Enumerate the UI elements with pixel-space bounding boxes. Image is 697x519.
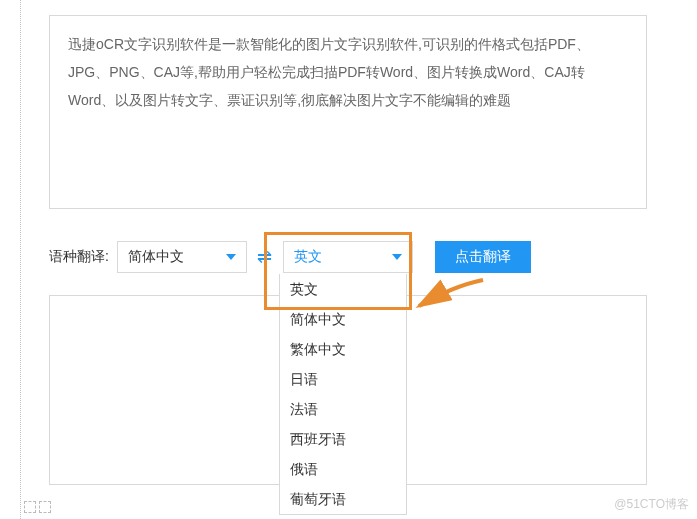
chevron-down-icon — [226, 254, 236, 260]
row-label: 语种翻译: — [49, 248, 109, 266]
translate-button[interactable]: 点击翻译 — [435, 241, 531, 273]
dropdown-option[interactable]: 西班牙语 — [280, 424, 406, 454]
dropdown-option[interactable]: 繁体中文 — [280, 334, 406, 364]
dropdown-option[interactable]: 葡萄牙语 — [280, 484, 406, 514]
to-language-dropdown[interactable]: 英文简体中文繁体中文日语法语西班牙语俄语葡萄牙语 — [279, 274, 407, 515]
dropdown-option[interactable]: 英文 — [280, 274, 406, 304]
swap-icon[interactable]: ⇌ — [247, 246, 283, 268]
from-language-value: 简体中文 — [128, 248, 184, 266]
translate-button-label: 点击翻译 — [455, 248, 511, 266]
to-language-value: 英文 — [294, 248, 322, 266]
dropdown-option[interactable]: 简体中文 — [280, 304, 406, 334]
translate-row: 语种翻译: 简体中文 ⇌ 英文 点击翻译 — [49, 240, 669, 274]
dropdown-option[interactable]: 法语 — [280, 394, 406, 424]
thumbnail-strip — [21, 501, 51, 513]
from-language-select[interactable]: 简体中文 — [117, 241, 247, 273]
source-textarea[interactable]: 迅捷oCR文字识别软件是一款智能化的图片文字识别软件,可识别的件格式包括PDF、… — [49, 15, 647, 209]
watermark: @51CTO博客 — [614, 496, 689, 513]
dropdown-option[interactable]: 俄语 — [280, 454, 406, 484]
thumb — [39, 501, 51, 513]
thumb — [24, 501, 36, 513]
to-language-select[interactable]: 英文 — [283, 241, 413, 273]
source-text: 迅捷oCR文字识别软件是一款智能化的图片文字识别软件,可识别的件格式包括PDF、… — [68, 36, 590, 108]
dropdown-option[interactable]: 日语 — [280, 364, 406, 394]
chevron-down-icon — [392, 254, 402, 260]
page-frame: 迅捷oCR文字识别软件是一款智能化的图片文字识别软件,可识别的件格式包括PDF、… — [20, 0, 679, 519]
